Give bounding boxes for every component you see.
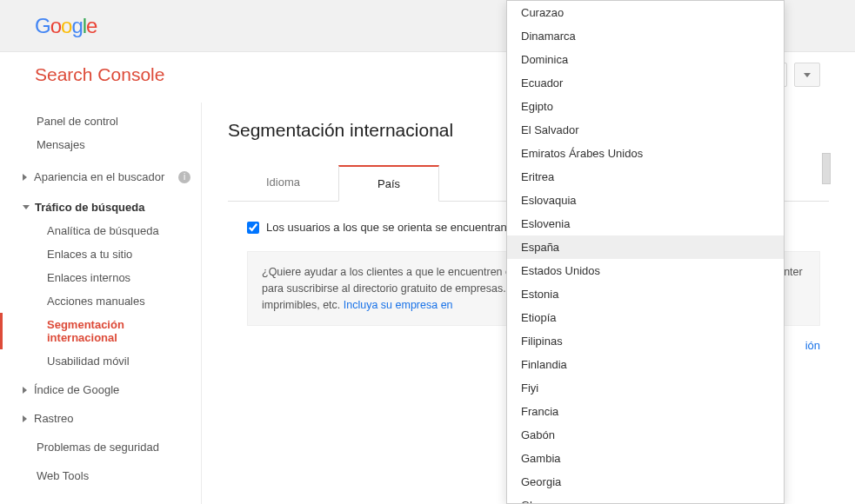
nav-security[interactable]: Problemas de seguridad [0, 435, 201, 459]
nav-links-to-site[interactable]: Enlaces a tu sitio [0, 242, 201, 266]
country-option[interactable]: Emiratos Árabes Unidos [507, 142, 784, 165]
target-users-checkbox[interactable] [247, 222, 259, 234]
logo-e: e [86, 14, 97, 37]
country-option[interactable]: Etiopía [507, 306, 784, 329]
country-option[interactable]: Estados Unidos [507, 259, 784, 282]
property-dropdown-button[interactable] [794, 63, 820, 87]
nav-mobile-usability[interactable]: Usabilidad móvil [0, 349, 201, 373]
country-dropdown[interactable]: CurazaoDinamarcaDominicaEcuadorEgiptoEl … [506, 0, 785, 504]
nav-crawl-label: Rastreo [34, 412, 74, 425]
country-option[interactable]: Dominica [507, 48, 784, 71]
product-title: Search Console [35, 64, 164, 85]
nav-intl-targeting[interactable]: Segmentación internacional [0, 313, 201, 349]
country-option[interactable]: Gabón [507, 423, 784, 447]
nav-webtools[interactable]: Web Tools [0, 464, 201, 487]
country-option[interactable]: España [507, 235, 784, 259]
promo-link[interactable]: Incluya su empresa en [344, 299, 453, 311]
country-option[interactable]: Finlandia [507, 353, 784, 376]
sidebar: Panel de control Mensajes Apariencia en … [0, 103, 202, 504]
country-option[interactable]: El Salvador [507, 118, 784, 142]
target-users-label: Los usuarios a los que se orienta se enc… [266, 221, 525, 234]
nav-crawl[interactable]: Rastreo [0, 407, 201, 430]
country-option[interactable]: Eritrea [507, 165, 784, 189]
country-option[interactable]: Gambia [507, 447, 784, 470]
right-slider-handle[interactable] [822, 153, 831, 184]
country-option[interactable]: Estonia [507, 282, 784, 306]
country-option[interactable]: Egipto [507, 95, 784, 118]
country-option[interactable]: Curazao [507, 1, 784, 24]
country-option[interactable]: Fiyi [507, 376, 784, 400]
google-logo: Google [35, 14, 97, 38]
country-option[interactable]: Eslovenia [507, 212, 784, 235]
truncated-link-text: ión [805, 339, 820, 352]
info-icon[interactable]: i [178, 171, 190, 183]
logo-o2: o [61, 14, 71, 37]
logo-o1: o [50, 14, 61, 37]
logo-g2: g [71, 14, 82, 37]
country-option[interactable]: Eslovaquia [507, 189, 784, 212]
triangle-right-icon [23, 387, 27, 394]
nav-search-traffic[interactable]: Tráfico de búsqueda [0, 196, 201, 219]
nav-google-index[interactable]: Índice de Google [0, 378, 201, 401]
country-option[interactable]: Dinamarca [507, 24, 784, 48]
country-option[interactable]: Filipinas [507, 329, 784, 353]
country-option[interactable]: Ecuador [507, 71, 784, 95]
nav-dashboard[interactable]: Panel de control [0, 109, 201, 133]
nav-google-index-label: Índice de Google [34, 383, 119, 396]
nav-search-appearance[interactable]: Apariencia en el buscador i [0, 165, 201, 189]
country-option[interactable]: Ghana [507, 494, 784, 504]
triangle-right-icon [23, 415, 27, 422]
nav-search-traffic-label: Tráfico de búsqueda [35, 201, 144, 214]
country-option[interactable]: Francia [507, 400, 784, 423]
logo-g1: G [35, 14, 50, 37]
nav-search-analytics[interactable]: Analítica de búsqueda [0, 219, 201, 242]
triangle-right-icon [23, 174, 27, 181]
country-option[interactable]: Georgia [507, 470, 784, 494]
tab-country[interactable]: País [338, 165, 439, 202]
nav-manual-actions[interactable]: Acciones manuales [0, 289, 201, 313]
nav-messages[interactable]: Mensajes [0, 133, 201, 156]
tab-language[interactable]: Idioma [228, 165, 338, 201]
nav-search-appearance-label: Apariencia en el buscador [34, 170, 164, 183]
triangle-down-icon [23, 205, 30, 209]
chevron-down-icon [804, 73, 811, 77]
nav-internal-links[interactable]: Enlaces internos [0, 266, 201, 289]
